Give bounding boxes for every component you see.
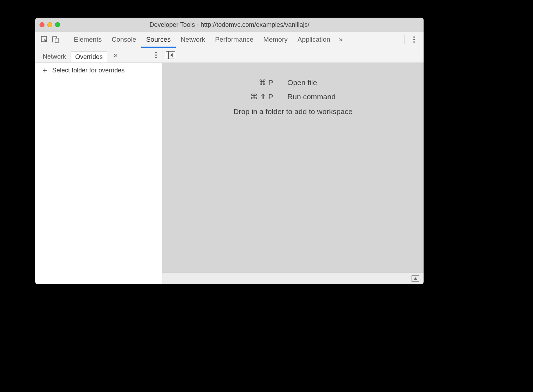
tab-memory[interactable]: Memory <box>258 32 293 47</box>
tab-sources[interactable]: Sources <box>141 32 176 47</box>
settings-menu-icon[interactable] <box>408 36 420 43</box>
svg-rect-2 <box>55 38 58 43</box>
shortcut-keys: ⌘ P <box>250 78 273 87</box>
titlebar: Developer Tools - http://todomvc.com/exa… <box>35 18 424 32</box>
separator <box>65 35 65 44</box>
more-sub-tabs-icon[interactable]: » <box>110 51 120 59</box>
drop-folder-hint: Drop in a folder to add to workspace <box>233 107 352 116</box>
sub-tab-network[interactable]: Network <box>38 51 71 62</box>
navigator-menu-icon[interactable] <box>150 52 162 58</box>
shortcut-hints: ⌘ P Open file ⌘ ⇧ P Run command <box>250 78 335 101</box>
editor-toolbar <box>162 47 424 63</box>
select-folder-label: Select folder for overrides <box>52 67 125 74</box>
svg-rect-0 <box>41 36 47 42</box>
more-tabs-icon[interactable]: » <box>335 35 346 43</box>
toggle-navigator-icon[interactable] <box>166 51 175 59</box>
tab-console[interactable]: Console <box>107 32 141 47</box>
tab-label: Memory <box>263 36 288 43</box>
tab-label: Application <box>298 36 330 43</box>
editor-area: ⌘ P Open file ⌘ ⇧ P Run command Drop in … <box>162 47 424 284</box>
editor-empty-state: ⌘ P Open file ⌘ ⇧ P Run command Drop in … <box>162 63 424 272</box>
tab-label: Console <box>112 36 136 43</box>
tab-label: Sources <box>146 36 171 43</box>
tab-elements[interactable]: Elements <box>69 32 107 47</box>
close-window-button[interactable] <box>40 22 44 27</box>
shortcut-keys: ⌘ ⇧ P <box>250 93 273 101</box>
inspect-element-icon[interactable] <box>39 35 50 44</box>
tab-network[interactable]: Network <box>176 32 210 47</box>
devtools-window: Developer Tools - http://todomvc.com/exa… <box>35 18 424 284</box>
sub-tab-overrides[interactable]: Overrides <box>71 51 107 63</box>
tab-label: Network <box>181 36 205 43</box>
window-title: Developer Tools - http://todomvc.com/exa… <box>35 21 424 29</box>
shortcut-label: Run command <box>287 93 336 101</box>
tab-label: Performance <box>215 36 253 43</box>
plus-icon: ＋ <box>41 66 49 74</box>
fullscreen-window-button[interactable] <box>55 22 60 27</box>
overrides-panel: ＋ Select folder for overrides <box>35 63 162 284</box>
tab-performance[interactable]: Performance <box>210 32 258 47</box>
separator <box>404 35 405 44</box>
select-folder-button[interactable]: ＋ Select folder for overrides <box>35 63 162 78</box>
content-area: Network Overrides » ＋ Select folder for … <box>35 47 424 284</box>
tab-application[interactable]: Application <box>293 32 335 47</box>
shortcut-label: Open file <box>287 78 336 87</box>
traffic-lights <box>40 22 60 27</box>
minimize-window-button[interactable] <box>47 22 52 27</box>
navigator-sidebar: Network Overrides » ＋ Select folder for … <box>35 47 162 284</box>
tab-label: Elements <box>74 36 102 43</box>
navigator-sub-tabs: Network Overrides » <box>35 47 162 63</box>
device-toggle-icon[interactable] <box>50 35 61 44</box>
sub-tab-label: Overrides <box>75 53 103 61</box>
drawer-bar <box>162 272 424 284</box>
sub-tab-label: Network <box>43 53 66 60</box>
main-tab-bar: Elements Console Sources Network Perform… <box>35 32 424 47</box>
show-drawer-icon[interactable] <box>412 275 419 282</box>
